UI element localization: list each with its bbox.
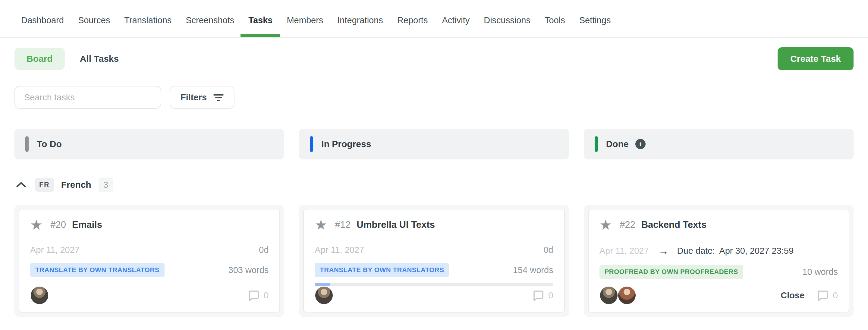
column-header-in-progress: In Progress: [299, 129, 569, 159]
board-view-toggle[interactable]: Board: [14, 48, 65, 70]
assignee-avatar: [30, 286, 49, 305]
column-header-todo: To Do: [14, 129, 284, 159]
task-duration: 0d: [259, 245, 269, 255]
favorite-star-icon[interactable]: ★: [599, 218, 612, 232]
search-tasks-input[interactable]: [14, 86, 161, 109]
nav-tab-discussions[interactable]: Discussions: [484, 6, 530, 36]
task-type-badge: TRANSLATE BY OWN TRANSLATORS: [30, 263, 164, 277]
done-lane: ★ #22 Backend Texts Apr 11, 2027 → Due d…: [584, 205, 854, 317]
search-row: Filters: [14, 86, 854, 109]
favorite-star-icon[interactable]: ★: [30, 218, 42, 232]
all-tasks-view-toggle[interactable]: All Tasks: [80, 54, 119, 64]
task-count-badge: 3: [98, 178, 113, 192]
done-info-icon[interactable]: i: [635, 139, 646, 149]
due-date-label: Due date:: [677, 246, 715, 256]
section-divider: [14, 120, 854, 120]
nav-tab-tasks[interactable]: Tasks: [248, 6, 273, 36]
comment-bubble-icon: [816, 289, 829, 301]
task-title: Umbrella UI Texts: [356, 219, 435, 230]
due-date-arrow-icon: →: [658, 245, 669, 257]
todo-lane: ★ #20 Emails Apr 11, 2027 0d TRANSLATE B…: [14, 205, 284, 317]
task-date: Apr 11, 2027: [315, 245, 364, 255]
top-navigation: Dashboard Sources Translations Screensho…: [0, 0, 868, 38]
nav-tab-members[interactable]: Members: [287, 6, 323, 36]
assignee-avatar: [315, 286, 333, 305]
task-card-22-backend-texts[interactable]: ★ #22 Backend Texts Apr 11, 2027 → Due d…: [588, 209, 849, 312]
comment-count: 0: [548, 290, 553, 300]
nav-tab-tools[interactable]: Tools: [545, 6, 565, 36]
column-title-in-progress: In Progress: [321, 139, 371, 149]
nav-tab-reports[interactable]: Reports: [397, 6, 428, 36]
task-type-badge: PROOFREAD BY OWN PROOFREADERS: [599, 265, 743, 279]
word-count: 154 words: [513, 265, 553, 275]
task-card-12-umbrella-ui-texts[interactable]: ★ #12 Umbrella UI Texts Apr 11, 2027 0d …: [303, 209, 564, 312]
task-card-20-emails[interactable]: ★ #20 Emails Apr 11, 2027 0d TRANSLATE B…: [19, 209, 280, 312]
language-group-header: FR French 3: [14, 178, 854, 192]
comments-button[interactable]: 0: [247, 289, 269, 301]
comments-button[interactable]: 0: [816, 289, 838, 301]
task-title: Backend Texts: [641, 219, 707, 230]
filters-button[interactable]: Filters: [170, 86, 235, 109]
create-task-button[interactable]: Create Task: [778, 47, 854, 70]
filters-button-label: Filters: [181, 92, 207, 102]
done-status-pill: [595, 136, 598, 152]
todo-status-pill: [25, 136, 29, 152]
nav-tab-screenshots[interactable]: Screenshots: [186, 6, 234, 36]
close-task-button[interactable]: Close: [781, 291, 804, 300]
due-date-value: Apr 30, 2027 23:59: [719, 246, 794, 256]
collapse-group-chevron-icon[interactable]: [14, 178, 28, 191]
word-count: 10 words: [802, 267, 838, 277]
language-name-label: French: [61, 180, 91, 190]
assignee-avatars: [315, 286, 333, 305]
assignee-avatar: [599, 286, 618, 305]
comment-count: 0: [264, 290, 269, 300]
task-duration: 0d: [544, 245, 553, 255]
task-progress-fill: [315, 283, 330, 286]
in-progress-status-pill: [310, 136, 313, 152]
nav-tab-integrations[interactable]: Integrations: [337, 6, 383, 36]
column-title-done: Done: [606, 139, 629, 149]
nav-tab-translations[interactable]: Translations: [124, 6, 172, 36]
task-id: #22: [620, 219, 635, 230]
in-progress-lane: ★ #12 Umbrella UI Texts Apr 11, 2027 0d …: [299, 205, 569, 317]
column-header-done: Done i: [584, 129, 854, 159]
task-title: Emails: [72, 219, 102, 230]
toolbar: Board All Tasks Create Task: [14, 47, 854, 70]
comment-count: 0: [833, 290, 838, 300]
task-type-badge: TRANSLATE BY OWN TRANSLATORS: [315, 263, 449, 277]
task-progress-bar: [315, 283, 553, 286]
assignee-avatars: [30, 286, 49, 305]
task-id: #20: [50, 219, 66, 230]
column-title-todo: To Do: [37, 139, 62, 149]
task-date: Apr 11, 2027: [599, 246, 649, 256]
nav-tab-dashboard[interactable]: Dashboard: [21, 6, 64, 36]
comment-bubble-icon: [247, 289, 259, 301]
assignee-avatar: [618, 286, 636, 305]
comment-bubble-icon: [532, 289, 544, 301]
board-lanes: ★ #20 Emails Apr 11, 2027 0d TRANSLATE B…: [14, 205, 854, 317]
language-code-badge: FR: [35, 178, 54, 192]
task-id: #12: [335, 219, 351, 230]
assignee-avatars: [599, 286, 636, 305]
word-count: 303 words: [228, 265, 269, 275]
filter-lines-icon: [213, 93, 224, 102]
nav-tab-settings[interactable]: Settings: [579, 6, 611, 36]
nav-tab-activity[interactable]: Activity: [442, 6, 470, 36]
task-date: Apr 11, 2027: [30, 245, 80, 255]
nav-tab-sources[interactable]: Sources: [78, 6, 110, 36]
comments-button[interactable]: 0: [532, 289, 553, 301]
board-column-headers: To Do In Progress Done i: [14, 129, 854, 159]
favorite-star-icon[interactable]: ★: [315, 218, 327, 232]
